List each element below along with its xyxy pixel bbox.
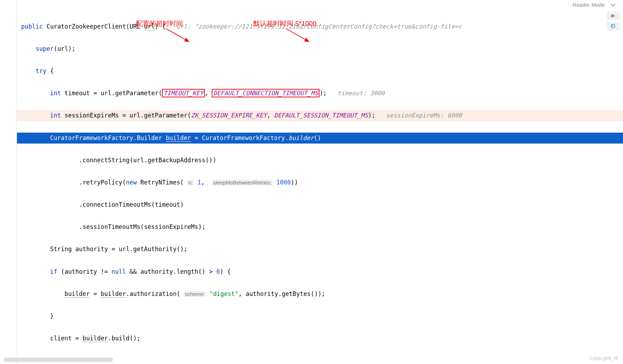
code-line: builder = builder.authorization( scheme:… xyxy=(17,289,623,300)
editor-gutter xyxy=(0,0,17,364)
code-line-selected: CuratorFrameworkFactory.Builder builder … xyxy=(17,133,623,144)
expand-icon[interactable] xyxy=(610,1,617,8)
code-line: if (authority != null && authority.lengt… xyxy=(17,266,623,278)
code-editor[interactable]: public CuratorZookeeperClient(URL url) {… xyxy=(17,10,623,354)
code-line: String authority = url.getAuthority(); xyxy=(17,244,623,255)
refresh-icon[interactable] xyxy=(607,22,619,30)
code-line: int timeout = url.getParameter(TIMEOUT_K… xyxy=(17,88,623,99)
inlay-hint: sessionExpireMs: 6000 xyxy=(386,112,462,119)
code-line: .connectString(url.getBackupAddress()) xyxy=(17,155,623,166)
editor-top-toolbar: Reader Mode xyxy=(573,0,623,9)
code-line: .sessionTimeoutMs(sessionExpireMs); xyxy=(17,222,623,233)
code-line: try { xyxy=(17,66,623,77)
editor-floating-toolbar: m↓ xyxy=(607,11,619,30)
horizontal-scrollbar[interactable] xyxy=(4,358,113,362)
inlay-hint: scheme: xyxy=(184,291,206,297)
inlay-hint: timeout: 3000 xyxy=(337,90,384,97)
code-line: int sessionExpireMs = url.getParameter(Z… xyxy=(17,110,623,121)
watermark: CSDN @哼_哼 xyxy=(590,356,618,362)
reader-mode-button[interactable]: Reader Mode xyxy=(573,2,605,8)
maven-icon[interactable]: m↓ xyxy=(607,11,619,20)
code-line: super(url); xyxy=(17,43,623,55)
inlay-hint: n: xyxy=(187,180,194,186)
code-line: client = builder.build(); xyxy=(17,333,623,344)
inlay-hint: sleepMsBetweenRetries: xyxy=(212,180,273,186)
code-line: } xyxy=(17,311,623,322)
code-line: .retryPolicy(new RetryNTimes( n: 1, slee… xyxy=(17,177,623,188)
code-line: public CuratorZookeeperClient(URL url) {… xyxy=(17,21,623,32)
inlay-hint: url: "zookeeper://121.5.179.31:2182/Conf… xyxy=(176,23,462,30)
code-line: .connectionTimeoutMs(timeout) xyxy=(17,199,623,211)
